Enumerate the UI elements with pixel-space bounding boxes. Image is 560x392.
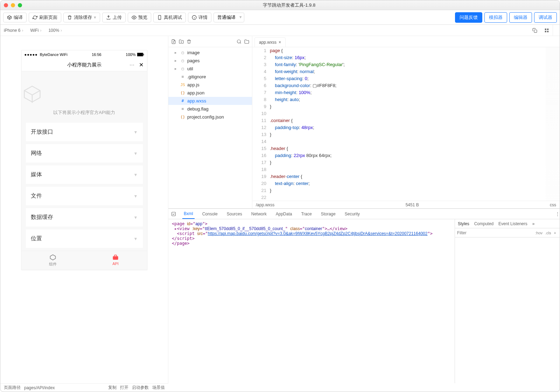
hov-toggle[interactable]: :hov <box>534 231 544 235</box>
close-tab-icon[interactable]: × <box>279 40 281 45</box>
devtools-tab-sources[interactable]: Sources <box>225 209 244 219</box>
phone-icon <box>157 15 162 20</box>
minimap[interactable] <box>546 47 560 201</box>
menu-item-storage[interactable]: 数据缓存▼ <box>26 208 143 227</box>
compile-mode-select[interactable]: 普通编译▾ <box>214 13 244 22</box>
menu-item-media[interactable]: 媒体▼ <box>26 165 143 184</box>
phone-tab-component[interactable]: 组件 <box>22 251 84 270</box>
menu-item-file[interactable]: 文件▼ <box>26 187 143 205</box>
phone-page-title: 小程序能力展示 <box>67 62 102 68</box>
new-file-icon[interactable] <box>171 39 176 44</box>
search-icon[interactable] <box>237 39 241 44</box>
code-editor[interactable]: 1234567891011121314151617181920212223 pa… <box>252 47 560 201</box>
info-icon <box>192 15 197 20</box>
remote-debug-button[interactable]: 真机调试 <box>153 13 186 22</box>
chevron-down-icon: ▼ <box>134 215 138 220</box>
file-debug-flag[interactable]: ≡debug.flag <box>168 105 252 113</box>
js-icon: JS <box>180 83 185 87</box>
folder-icon: ▢ <box>180 58 185 63</box>
network-select[interactable]: WiFi› <box>27 28 45 33</box>
styles-panel: Styles Computed Event Listeners » :hov .… <box>455 219 560 383</box>
more-tabs-icon[interactable]: » <box>532 221 535 226</box>
styles-filter-input[interactable] <box>457 230 534 235</box>
devtools-tab-security[interactable]: Security <box>343 209 361 219</box>
svg-rect-10 <box>113 256 118 260</box>
phone-close-button[interactable]: ✕ <box>139 62 144 68</box>
svg-rect-5 <box>547 28 548 30</box>
grid-icon-button[interactable] <box>541 28 553 33</box>
svg-rect-9 <box>143 54 144 56</box>
add-rule-icon[interactable]: + <box>553 231 558 235</box>
phone-subtitle: 以下将展示小程序官方API能力 <box>22 109 147 116</box>
main-toolbar: 编译 刷新页面 清除缓存▾ 上传 预览 真机调试 详情 普通编译▾ 问题反馈 模… <box>0 10 560 25</box>
devtools-tab-appdata[interactable]: AppData <box>274 209 294 219</box>
chevron-down-icon: ▼ <box>134 130 138 135</box>
feedback-button[interactable]: 问题反馈 <box>455 12 482 23</box>
menu-item-network[interactable]: 网络▼ <box>26 144 143 163</box>
open-path-button[interactable]: 打开 <box>120 385 128 391</box>
debugger-toggle-button[interactable]: 调试器 <box>534 12 557 23</box>
inspect-icon[interactable] <box>171 212 176 216</box>
menu-item-open-api[interactable]: 开放接口▼ <box>26 123 143 141</box>
file-lang: css <box>550 202 556 207</box>
svg-rect-6 <box>545 31 546 32</box>
devtools-tab-console[interactable]: Console <box>201 209 219 219</box>
phone-tab-api[interactable]: API <box>84 251 147 270</box>
folder-open-icon[interactable] <box>244 39 249 44</box>
event-listeners-tab[interactable]: Event Listeners <box>498 221 527 226</box>
svg-rect-3 <box>534 30 537 33</box>
cls-toggle[interactable]: .cls <box>544 231 553 235</box>
copy-icon <box>532 28 537 33</box>
maximize-window-button[interactable] <box>18 3 22 7</box>
computed-tab[interactable]: Computed <box>474 221 493 226</box>
file-app-json[interactable]: {}app.json <box>168 89 252 97</box>
editor-toggle-button[interactable]: 编辑器 <box>509 12 532 23</box>
svg-rect-8 <box>137 53 143 56</box>
phone-menu-button[interactable]: ⋯ <box>130 62 134 68</box>
details-button[interactable]: 详情 <box>188 13 211 22</box>
folder-util[interactable]: ▸▢util <box>168 65 252 73</box>
simulator-toggle-button[interactable]: 模拟器 <box>484 12 507 23</box>
styles-tab[interactable]: Styles <box>458 221 469 226</box>
scene-value-button[interactable]: 场景值 <box>152 385 165 391</box>
devtools-tab-network[interactable]: Network <box>250 209 268 219</box>
phone-simulator[interactable]: ●●●●● ByteDance WiFi 16:56 100% 小程序能力展示 … <box>21 50 147 270</box>
code-content[interactable]: page { font-size: 16px; font-family: 'Pi… <box>270 47 560 201</box>
clear-cache-button[interactable]: 清除缓存▾ <box>63 13 100 22</box>
folder-image[interactable]: ▸▢image <box>168 49 252 57</box>
refresh-button[interactable]: 刷新页面 <box>29 13 61 22</box>
zoom-select[interactable]: 100%› <box>45 28 65 33</box>
file-app-wxss[interactable]: #app.wxss <box>168 97 252 105</box>
menu-item-location[interactable]: 位置▼ <box>26 229 143 248</box>
simulator-bottom-bar: 页面路径 pages/API/index 复制 打开 启动参数 场景值 <box>0 383 168 392</box>
preview-button[interactable]: 预览 <box>128 13 151 22</box>
editor-tab[interactable]: app.wxss× <box>254 37 286 47</box>
minimize-window-button[interactable] <box>11 3 15 7</box>
file-project-config[interactable]: {}project.config.json <box>168 113 252 121</box>
new-folder-icon[interactable] <box>179 39 184 44</box>
copy-screenshot-button[interactable] <box>529 28 541 33</box>
json-icon: {} <box>180 115 185 119</box>
device-select[interactable]: iPhone 6› <box>0 28 27 33</box>
devtools-more-icon[interactable]: ⋮ <box>555 212 560 216</box>
copy-path-button[interactable]: 复制 <box>108 385 117 391</box>
upload-button[interactable]: 上传 <box>102 13 126 22</box>
launch-params-button[interactable]: 启动参数 <box>132 385 149 391</box>
battery-icon <box>137 53 144 56</box>
file-explorer: ▸▢image ▸▢pages ▸▢util ≡.gitignore JSapp… <box>168 36 252 208</box>
close-window-button[interactable] <box>4 3 8 7</box>
folder-pages[interactable]: ▸▢pages <box>168 57 252 65</box>
file-app-js[interactable]: JSapp.js <box>168 81 252 89</box>
devtools-tab-storage[interactable]: Storage <box>320 209 337 219</box>
devtools-tab-bxml[interactable]: Bxml <box>182 209 195 219</box>
cube-icon <box>49 254 56 261</box>
compile-button[interactable]: 编译 <box>3 13 27 22</box>
dom-tree[interactable]: <page id="app"> ▸<view :key="ttElem_570d… <box>168 219 455 383</box>
page-path-label: 页面路径 <box>4 385 21 391</box>
delete-icon[interactable] <box>187 39 191 44</box>
chevron-down-icon: ▼ <box>134 194 138 199</box>
file-gitignore[interactable]: ≡.gitignore <box>168 73 252 81</box>
grid-icon <box>544 28 549 33</box>
phone-nav-bar: 小程序能力展示 ⋯ ✕ <box>22 59 147 71</box>
devtools-tab-trace[interactable]: Trace <box>300 209 313 219</box>
